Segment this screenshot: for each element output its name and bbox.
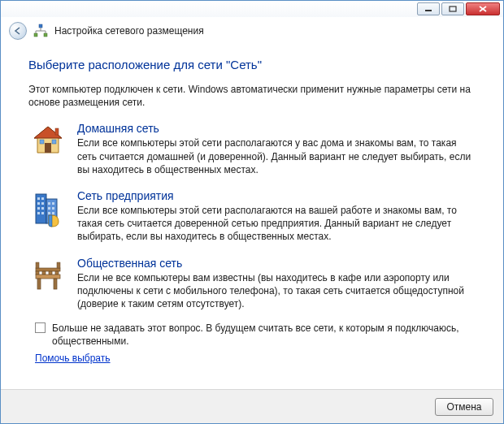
intro-text: Этот компьютер подключен к сети. Windows… xyxy=(28,83,476,109)
svg-rect-17 xyxy=(36,194,46,223)
page-title: Выберите расположение для сети "Сеть" xyxy=(28,58,476,71)
dont-ask-label: Больше не задавать этот вопрос. В будуще… xyxy=(52,322,476,348)
option-home-title: Домашняя сеть xyxy=(77,122,474,135)
titlebar xyxy=(1,1,503,17)
svg-rect-33 xyxy=(36,268,60,271)
svg-rect-6 xyxy=(44,33,47,37)
option-public-desc: Если не все компьютеры вам известны (вы … xyxy=(77,271,474,311)
svg-rect-20 xyxy=(41,197,44,200)
close-button[interactable] xyxy=(466,2,500,15)
svg-rect-39 xyxy=(37,279,41,289)
back-arrow-icon xyxy=(13,26,23,36)
option-work-title: Сеть предприятия xyxy=(77,189,474,202)
svg-rect-42 xyxy=(57,262,60,268)
dont-ask-checkbox[interactable] xyxy=(35,322,46,333)
cancel-button[interactable]: Отмена xyxy=(435,398,493,416)
svg-rect-27 xyxy=(48,202,50,205)
svg-rect-16 xyxy=(55,128,59,135)
svg-rect-4 xyxy=(39,24,42,28)
svg-rect-21 xyxy=(37,202,40,205)
home-icon xyxy=(30,122,66,176)
option-home-desc: Если все компьютеры этой сети располагаю… xyxy=(77,136,474,176)
cancel-button-label: Отмена xyxy=(446,401,481,413)
svg-rect-34 xyxy=(36,271,39,275)
option-work-body: Сеть предприятия Если все компьютеры это… xyxy=(77,189,474,244)
minimize-icon xyxy=(424,6,432,12)
svg-rect-1 xyxy=(450,6,456,11)
svg-rect-41 xyxy=(36,262,39,268)
svg-rect-40 xyxy=(54,279,57,289)
option-work-network[interactable]: Сеть предприятия Если все компьютеры это… xyxy=(28,188,476,245)
content-area: Выберите расположение для сети "Сеть" Эт… xyxy=(1,46,503,364)
svg-rect-14 xyxy=(40,140,44,144)
footer: Отмена xyxy=(1,389,503,423)
svg-rect-36 xyxy=(49,271,52,275)
option-home-body: Домашняя сеть Если все компьютеры этой с… xyxy=(77,122,474,176)
dont-ask-row[interactable]: Больше не задавать этот вопрос. В будуще… xyxy=(35,322,476,348)
maximize-button[interactable] xyxy=(441,2,464,15)
svg-rect-29 xyxy=(48,207,50,210)
option-work-desc: Если все компьютеры этой сети располагаю… xyxy=(77,204,474,244)
maximize-icon xyxy=(449,6,457,12)
svg-rect-15 xyxy=(52,140,56,144)
svg-rect-35 xyxy=(42,271,46,275)
option-public-network[interactable]: Общественная сеть Если не все компьютеры… xyxy=(28,255,476,313)
svg-rect-28 xyxy=(52,202,54,205)
svg-rect-37 xyxy=(55,271,59,275)
close-icon xyxy=(479,6,487,12)
svg-rect-24 xyxy=(41,207,44,210)
header-title: Настройка сетевого размещения xyxy=(54,25,204,37)
svg-rect-30 xyxy=(52,207,54,210)
help-link[interactable]: Помочь выбрать xyxy=(35,353,111,364)
public-icon xyxy=(30,257,66,311)
svg-rect-32 xyxy=(52,212,54,214)
option-public-title: Общественная сеть xyxy=(77,257,474,270)
network-icon xyxy=(33,24,48,38)
svg-rect-31 xyxy=(48,212,50,214)
option-home-network[interactable]: Домашняя сеть Если все компьютеры этой с… xyxy=(28,120,476,178)
wizard-header: Настройка сетевого размещения xyxy=(1,17,503,46)
svg-rect-5 xyxy=(34,33,37,37)
minimize-button[interactable] xyxy=(417,2,440,15)
svg-rect-38 xyxy=(36,275,60,279)
work-icon xyxy=(30,189,66,244)
option-public-body: Общественная сеть Если не все компьютеры… xyxy=(77,257,474,311)
svg-rect-22 xyxy=(41,202,44,205)
svg-rect-25 xyxy=(37,212,40,214)
svg-rect-23 xyxy=(37,207,40,210)
svg-rect-19 xyxy=(37,197,40,200)
back-button[interactable] xyxy=(9,22,27,40)
svg-rect-13 xyxy=(45,143,51,153)
network-location-window: Настройка сетевого размещения Выберите р… xyxy=(0,0,504,424)
svg-rect-26 xyxy=(41,212,44,214)
